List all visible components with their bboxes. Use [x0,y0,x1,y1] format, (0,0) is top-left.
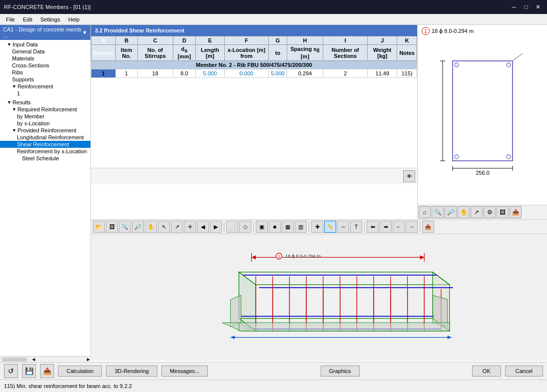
svg-marker-59 [433,295,448,327]
rendering-button[interactable]: 3D-Rendering [106,366,157,377]
sidebar-item-reinforcement-by-x[interactable]: Reinforcement by x-Location [0,148,90,155]
sidebar-item-longitudinal-reinforcement[interactable]: Longitudinal Reinforcement [0,134,90,141]
sidebar-item-reinforcement[interactable]: ▼ Reinforcement [0,83,90,90]
expand-icon: ▼ [12,128,16,133]
svg-text:256.0: 256.0 [476,170,490,176]
sidebar-scrollbar[interactable]: ◄ ► [0,356,91,362]
cell-x-to: 5.000 [269,69,287,78]
view-3d-area: 📂 🖼 🔍 🔎 ✋ ↖ ↗ ✛ ◀ ▶ ⬜ ◇ ▣ ■ ▦ ▥ ✚ [91,220,547,362]
close-button[interactable]: ✕ [533,2,543,12]
bottom-bar: ↺ 💾 📤 Calculation 3D-Rendering Messages.… [0,362,547,380]
refresh-button[interactable]: ↺ [4,364,18,378]
messages-button[interactable]: Messages... [161,366,208,377]
cell-section: 1 [91,69,116,78]
save-button[interactable]: 💾 [22,364,36,378]
sidebar-item-supports[interactable]: Supports [0,76,90,83]
export-icon-button[interactable]: 📤 [40,364,54,378]
toolbar-forward-button[interactable]: ▶ [210,221,222,233]
toolbar-measure-button[interactable]: ↔ [337,221,349,233]
toolbar-zoom-in-button[interactable]: 🔍 [119,221,131,233]
toolbar-cross-button[interactable]: ✛ [184,221,196,233]
toolbar-bars-button[interactable]: ▦ [282,221,294,233]
cs-zoom-in-button[interactable]: 🔍 [432,206,444,218]
toolbar-solid-button[interactable]: ■ [269,221,281,233]
cs-export-button[interactable]: 📤 [510,206,522,218]
sidebar-item-cross-sections[interactable]: Cross-Sections [0,62,90,69]
cs-select-button[interactable]: ↗ [471,206,483,218]
col-header-c: C [137,36,173,45]
toolbar-zoom-out-button[interactable]: 🔎 [132,221,144,233]
col-subheader-d: ds [mm] [173,45,195,61]
sidebar-item-provided-reinforcement[interactable]: ▼ Provided Reinforcement [0,127,90,134]
toolbar-cam-left-button[interactable]: ⬅ [367,221,379,233]
toolbar-separator-3 [309,222,309,232]
svg-marker-17 [420,255,424,259]
toolbar-separator-5 [420,222,420,232]
calculation-button[interactable]: Calculation [58,366,102,377]
cross-section-panel: 1 18 ϕ 8.0-0.294 m [417,25,547,219]
toolbar-dash-left-button[interactable]: ← [393,221,405,233]
dropdown-arrow-icon: ▼ [82,29,87,35]
title-bar-title: RF-CONCRETE Members - [01 (1)] [4,4,91,10]
cancel-button[interactable]: Cancel [505,366,543,377]
cell-num-stirrups: 18 [137,69,173,78]
toolbar-ruler-button[interactable]: 📏 [324,221,336,233]
toolbar-open-button[interactable]: 📂 [93,221,105,233]
status-bar: 115) Min. shear reinforcement for beam a… [0,380,547,392]
toolbar-iso-button[interactable]: ◇ [239,221,251,233]
sidebar-item-reinforcement-1[interactable]: 1 [0,90,90,97]
col-header-f: F [224,36,269,45]
toolbar-export-view-button[interactable]: 📤 [422,221,434,233]
expand-icon: ▼ [12,84,16,89]
sidebar-item-required-reinforcement[interactable]: ▼ Required Reinforcement [0,106,90,113]
svg-marker-18 [252,255,256,259]
visibility-toggle-button[interactable]: 👁 [403,170,415,182]
menu-settings[interactable]: Settings [36,15,64,23]
cs-zoom-out-button[interactable]: 🔎 [445,206,457,218]
col-subheader-c: No. of Stirrups [137,45,173,61]
cs-active-button[interactable]: ⚙ [484,206,496,218]
cs-pan-button[interactable]: ✋ [458,206,470,218]
menu-help[interactable]: Help [64,15,83,23]
toolbar-wire-button[interactable]: ▣ [256,221,268,233]
toolbar-text-button[interactable]: T [350,221,362,233]
toolbar-dash-right-button[interactable]: → [406,221,418,233]
toolbar-move-button[interactable]: ✚ [311,221,323,233]
svg-text:18 ϕ 8.0-0.294 m: 18 ϕ 8.0-0.294 m [285,254,321,259]
maximize-button[interactable]: □ [521,2,531,12]
col-subheader-k: Notes [397,45,417,61]
ok-button[interactable]: OK [472,366,501,377]
sidebar-item-by-x-location[interactable]: by x-Location [0,120,90,127]
sidebar-item-input-data[interactable]: ▼ Input Data [0,41,90,48]
toolbar-pan-button[interactable]: ✋ [145,221,157,233]
member-label: Member No. 2 - Rib FBU 500/475/475/200/3… [91,61,417,69]
toolbar-cam-right-button[interactable]: ➡ [380,221,392,233]
sidebar-item-general-data[interactable]: General Data [0,48,90,55]
table-row[interactable]: 1 1 18 8.0 5.000 0.000 5.000 0.294 2 11.… [91,69,417,78]
cell-ds: 8.0 [173,69,195,78]
sidebar-item-steel-schedule[interactable]: Steel Schedule [0,155,90,162]
cs-home-button[interactable]: ⌂ [419,206,431,218]
minimize-button[interactable]: ─ [509,2,519,12]
toolbar-view3d-button[interactable]: ⬜ [226,221,238,233]
toolbar-image-button[interactable]: 🖼 [106,221,118,233]
col-subheader-a: Section [91,45,116,61]
toolbar-select-button[interactable]: ↖ [158,221,170,233]
toolbar-bars2-button[interactable]: ▥ [295,221,307,233]
sidebar-dropdown[interactable]: CA1 - Design of concrete memb ... ▼ [0,25,90,40]
cs-image-button[interactable]: 🖼 [497,206,509,218]
menu-file[interactable]: File [2,15,19,23]
menu-edit[interactable]: Edit [19,15,36,23]
sidebar-item-ribs[interactable]: Ribs [0,69,90,76]
expand-icon: ▼ [7,42,11,47]
cross-section-svg: 256.0 456.0 [438,51,528,191]
sidebar-item-shear-reinforcement[interactable]: Shear Reinforcement [0,141,90,148]
sidebar-item-materials[interactable]: Materials [0,55,90,62]
main-layout: CA1 - Design of concrete memb ... ▼ ▼ In… [0,25,547,362]
graphics-button[interactable]: Graphics [321,366,360,377]
beam-3d-svg: 1 18 ϕ 8.0-0.294 m [91,234,547,361]
toolbar-cursor-button[interactable]: ↗ [171,221,183,233]
toolbar-back-button[interactable]: ◀ [197,221,209,233]
sidebar-item-results[interactable]: ▼ Results [0,99,90,106]
sidebar-item-by-member[interactable]: by Member [0,113,90,120]
